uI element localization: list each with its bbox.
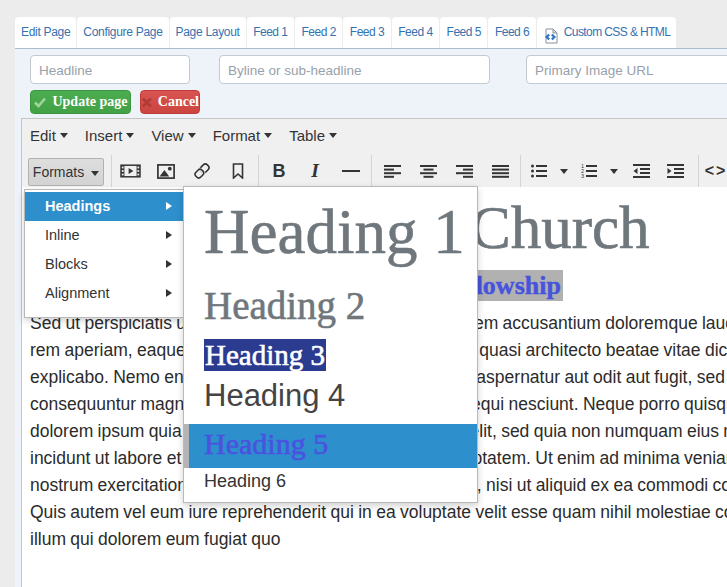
svg-text:3: 3 (581, 173, 584, 178)
